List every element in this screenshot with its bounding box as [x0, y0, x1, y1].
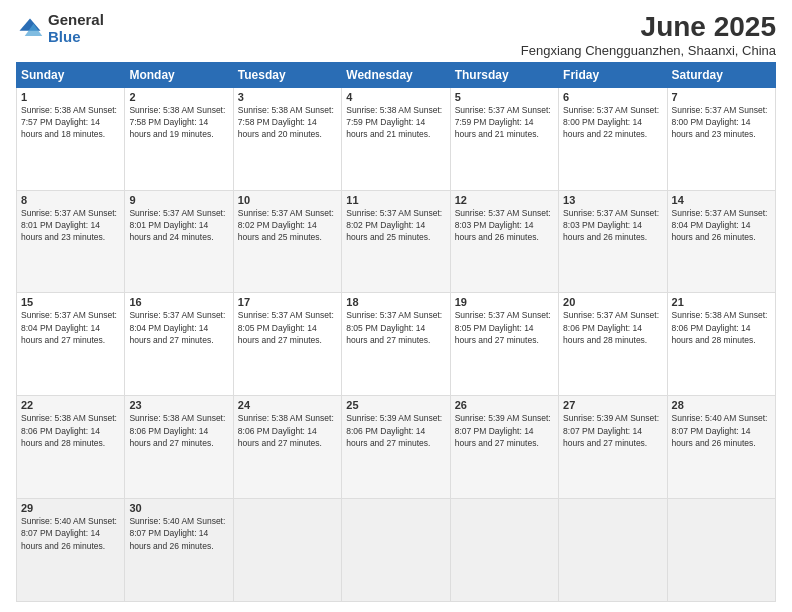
table-row: 21Sunrise: 5:38 AM Sunset: 8:06 PM Dayli… — [667, 293, 775, 396]
col-wednesday: Wednesday — [342, 62, 450, 87]
col-saturday: Saturday — [667, 62, 775, 87]
table-row — [342, 499, 450, 602]
table-row: 12Sunrise: 5:37 AM Sunset: 8:03 PM Dayli… — [450, 190, 558, 293]
table-row: 1Sunrise: 5:38 AM Sunset: 7:57 PM Daylig… — [17, 87, 125, 190]
table-row: 2Sunrise: 5:38 AM Sunset: 7:58 PM Daylig… — [125, 87, 233, 190]
table-row: 10Sunrise: 5:37 AM Sunset: 8:02 PM Dayli… — [233, 190, 341, 293]
table-row — [667, 499, 775, 602]
header: General Blue June 2025 Fengxiang Chenggu… — [16, 12, 776, 58]
location-title: Fengxiang Chengguanzhen, Shaanxi, China — [521, 43, 776, 58]
table-row — [233, 499, 341, 602]
table-row — [450, 499, 558, 602]
page: General Blue June 2025 Fengxiang Chenggu… — [0, 0, 792, 612]
table-row: 19Sunrise: 5:37 AM Sunset: 8:05 PM Dayli… — [450, 293, 558, 396]
table-row: 23Sunrise: 5:38 AM Sunset: 8:06 PM Dayli… — [125, 396, 233, 499]
logo-text: General Blue — [48, 12, 104, 45]
logo-icon — [16, 15, 44, 43]
table-row: 11Sunrise: 5:37 AM Sunset: 8:02 PM Dayli… — [342, 190, 450, 293]
month-title: June 2025 — [521, 12, 776, 43]
table-row: 28Sunrise: 5:40 AM Sunset: 8:07 PM Dayli… — [667, 396, 775, 499]
calendar-table: Sunday Monday Tuesday Wednesday Thursday… — [16, 62, 776, 602]
logo: General Blue — [16, 12, 104, 45]
table-row: 18Sunrise: 5:37 AM Sunset: 8:05 PM Dayli… — [342, 293, 450, 396]
logo-blue: Blue — [48, 29, 104, 46]
table-row: 15Sunrise: 5:37 AM Sunset: 8:04 PM Dayli… — [17, 293, 125, 396]
col-sunday: Sunday — [17, 62, 125, 87]
table-row: 7Sunrise: 5:37 AM Sunset: 8:00 PM Daylig… — [667, 87, 775, 190]
table-row: 14Sunrise: 5:37 AM Sunset: 8:04 PM Dayli… — [667, 190, 775, 293]
table-row: 16Sunrise: 5:37 AM Sunset: 8:04 PM Dayli… — [125, 293, 233, 396]
col-tuesday: Tuesday — [233, 62, 341, 87]
table-row: 20Sunrise: 5:37 AM Sunset: 8:06 PM Dayli… — [559, 293, 667, 396]
header-row: Sunday Monday Tuesday Wednesday Thursday… — [17, 62, 776, 87]
col-monday: Monday — [125, 62, 233, 87]
table-row: 6Sunrise: 5:37 AM Sunset: 8:00 PM Daylig… — [559, 87, 667, 190]
table-row: 30Sunrise: 5:40 AM Sunset: 8:07 PM Dayli… — [125, 499, 233, 602]
table-row: 17Sunrise: 5:37 AM Sunset: 8:05 PM Dayli… — [233, 293, 341, 396]
table-row: 26Sunrise: 5:39 AM Sunset: 8:07 PM Dayli… — [450, 396, 558, 499]
table-row: 24Sunrise: 5:38 AM Sunset: 8:06 PM Dayli… — [233, 396, 341, 499]
table-row — [559, 499, 667, 602]
table-row: 4Sunrise: 5:38 AM Sunset: 7:59 PM Daylig… — [342, 87, 450, 190]
table-row: 9Sunrise: 5:37 AM Sunset: 8:01 PM Daylig… — [125, 190, 233, 293]
table-row: 5Sunrise: 5:37 AM Sunset: 7:59 PM Daylig… — [450, 87, 558, 190]
table-row: 27Sunrise: 5:39 AM Sunset: 8:07 PM Dayli… — [559, 396, 667, 499]
table-row: 8Sunrise: 5:37 AM Sunset: 8:01 PM Daylig… — [17, 190, 125, 293]
table-row: 22Sunrise: 5:38 AM Sunset: 8:06 PM Dayli… — [17, 396, 125, 499]
title-block: June 2025 Fengxiang Chengguanzhen, Shaan… — [521, 12, 776, 58]
col-thursday: Thursday — [450, 62, 558, 87]
table-row: 13Sunrise: 5:37 AM Sunset: 8:03 PM Dayli… — [559, 190, 667, 293]
table-row: 29Sunrise: 5:40 AM Sunset: 8:07 PM Dayli… — [17, 499, 125, 602]
table-row: 25Sunrise: 5:39 AM Sunset: 8:06 PM Dayli… — [342, 396, 450, 499]
table-row: 3Sunrise: 5:38 AM Sunset: 7:58 PM Daylig… — [233, 87, 341, 190]
col-friday: Friday — [559, 62, 667, 87]
logo-general: General — [48, 12, 104, 29]
